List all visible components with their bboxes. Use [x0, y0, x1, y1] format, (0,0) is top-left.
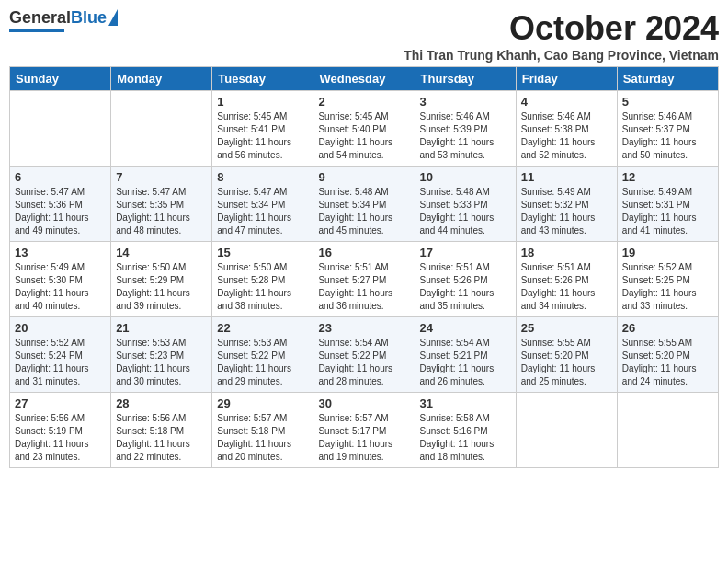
calendar-cell: 11Sunrise: 5:49 AM Sunset: 5:32 PM Dayli…	[516, 167, 617, 242]
day-info: Sunrise: 5:50 AM Sunset: 5:28 PM Dayligh…	[217, 261, 308, 313]
day-info: Sunrise: 5:51 AM Sunset: 5:26 PM Dayligh…	[420, 261, 511, 313]
calendar-cell: 18Sunrise: 5:51 AM Sunset: 5:26 PM Dayli…	[516, 242, 617, 317]
logo-underline	[9, 29, 64, 32]
day-info: Sunrise: 5:45 AM Sunset: 5:41 PM Dayligh…	[217, 110, 308, 162]
calendar-cell	[111, 91, 212, 167]
calendar-cell	[10, 91, 111, 167]
day-info: Sunrise: 5:52 AM Sunset: 5:25 PM Dayligh…	[622, 261, 713, 313]
day-number: 3	[420, 95, 511, 109]
day-number: 2	[318, 95, 409, 109]
day-info: Sunrise: 5:48 AM Sunset: 5:34 PM Dayligh…	[318, 186, 409, 237]
day-info: Sunrise: 5:51 AM Sunset: 5:26 PM Dayligh…	[521, 261, 612, 313]
day-of-week-header: Friday	[516, 67, 617, 91]
day-number: 1	[217, 95, 308, 109]
day-number: 15	[217, 246, 308, 259]
day-of-week-header: Monday	[111, 67, 212, 91]
calendar-cell: 5Sunrise: 5:46 AM Sunset: 5:37 PM Daylig…	[617, 91, 718, 167]
day-number: 14	[116, 246, 207, 259]
day-info: Sunrise: 5:58 AM Sunset: 5:16 PM Dayligh…	[420, 412, 511, 464]
calendar-cell: 27Sunrise: 5:56 AM Sunset: 5:19 PM Dayli…	[10, 393, 111, 468]
logo-general: General	[9, 8, 71, 27]
calendar-cell: 3Sunrise: 5:46 AM Sunset: 5:39 PM Daylig…	[415, 91, 516, 167]
day-info: Sunrise: 5:55 AM Sunset: 5:20 PM Dayligh…	[521, 337, 612, 388]
day-info: Sunrise: 5:47 AM Sunset: 5:35 PM Dayligh…	[116, 186, 207, 237]
day-number: 21	[116, 321, 207, 335]
calendar-cell: 2Sunrise: 5:45 AM Sunset: 5:40 PM Daylig…	[313, 91, 415, 167]
day-info: Sunrise: 5:46 AM Sunset: 5:39 PM Dayligh…	[420, 110, 511, 162]
calendar-cell: 4Sunrise: 5:46 AM Sunset: 5:38 PM Daylig…	[516, 91, 617, 167]
page-header: GeneralBlue October 2024 Thi Tran Trung …	[9, 9, 719, 63]
day-number: 28	[116, 396, 207, 410]
calendar-cell: 21Sunrise: 5:53 AM Sunset: 5:23 PM Dayli…	[111, 317, 212, 393]
calendar-cell: 15Sunrise: 5:50 AM Sunset: 5:28 PM Dayli…	[212, 242, 313, 317]
day-info: Sunrise: 5:46 AM Sunset: 5:37 PM Dayligh…	[622, 110, 713, 162]
logo-triangle-icon	[108, 9, 118, 26]
calendar-cell: 25Sunrise: 5:55 AM Sunset: 5:20 PM Dayli…	[516, 317, 617, 393]
logo-blue: Blue	[71, 8, 107, 27]
day-of-week-header: Tuesday	[212, 67, 313, 91]
day-info: Sunrise: 5:51 AM Sunset: 5:27 PM Dayligh…	[318, 261, 409, 313]
day-info: Sunrise: 5:55 AM Sunset: 5:20 PM Dayligh…	[622, 337, 713, 388]
day-number: 5	[622, 95, 713, 109]
day-number: 17	[420, 246, 511, 259]
calendar-cell: 6Sunrise: 5:47 AM Sunset: 5:36 PM Daylig…	[10, 167, 111, 242]
calendar-cell: 8Sunrise: 5:47 AM Sunset: 5:34 PM Daylig…	[212, 167, 313, 242]
calendar-week-row: 20Sunrise: 5:52 AM Sunset: 5:24 PM Dayli…	[10, 317, 719, 393]
calendar-cell	[617, 393, 718, 468]
day-info: Sunrise: 5:49 AM Sunset: 5:31 PM Dayligh…	[622, 186, 713, 237]
day-info: Sunrise: 5:56 AM Sunset: 5:18 PM Dayligh…	[116, 412, 207, 464]
day-info: Sunrise: 5:56 AM Sunset: 5:19 PM Dayligh…	[15, 412, 106, 464]
calendar-cell: 20Sunrise: 5:52 AM Sunset: 5:24 PM Dayli…	[10, 317, 111, 393]
day-number: 18	[521, 246, 612, 259]
day-info: Sunrise: 5:49 AM Sunset: 5:32 PM Dayligh…	[521, 186, 612, 237]
day-number: 13	[15, 246, 106, 259]
day-number: 11	[521, 170, 612, 184]
day-info: Sunrise: 5:53 AM Sunset: 5:22 PM Dayligh…	[217, 337, 308, 388]
calendar-cell: 19Sunrise: 5:52 AM Sunset: 5:25 PM Dayli…	[617, 242, 718, 317]
calendar-cell: 7Sunrise: 5:47 AM Sunset: 5:35 PM Daylig…	[111, 167, 212, 242]
calendar-cell: 30Sunrise: 5:57 AM Sunset: 5:17 PM Dayli…	[313, 393, 415, 468]
day-info: Sunrise: 5:53 AM Sunset: 5:23 PM Dayligh…	[116, 337, 207, 388]
day-number: 16	[318, 246, 409, 259]
day-number: 8	[217, 170, 308, 184]
calendar-cell: 31Sunrise: 5:58 AM Sunset: 5:16 PM Dayli…	[415, 393, 516, 468]
day-info: Sunrise: 5:54 AM Sunset: 5:22 PM Dayligh…	[318, 337, 409, 388]
calendar-cell: 9Sunrise: 5:48 AM Sunset: 5:34 PM Daylig…	[313, 167, 415, 242]
day-number: 20	[15, 321, 106, 335]
calendar-cell: 28Sunrise: 5:56 AM Sunset: 5:18 PM Dayli…	[111, 393, 212, 468]
day-number: 10	[420, 170, 511, 184]
day-info: Sunrise: 5:47 AM Sunset: 5:34 PM Dayligh…	[217, 186, 308, 237]
calendar-cell: 1Sunrise: 5:45 AM Sunset: 5:41 PM Daylig…	[212, 91, 313, 167]
day-number: 9	[318, 170, 409, 184]
calendar-week-row: 1Sunrise: 5:45 AM Sunset: 5:41 PM Daylig…	[10, 91, 719, 167]
day-info: Sunrise: 5:54 AM Sunset: 5:21 PM Dayligh…	[420, 337, 511, 388]
calendar-week-row: 27Sunrise: 5:56 AM Sunset: 5:19 PM Dayli…	[10, 393, 719, 468]
day-of-week-header: Thursday	[415, 67, 516, 91]
logo: GeneralBlue	[9, 9, 118, 32]
day-number: 19	[622, 246, 713, 259]
location-subtitle: Thi Tran Trung Khanh, Cao Bang Province,…	[404, 48, 719, 63]
calendar-cell: 26Sunrise: 5:55 AM Sunset: 5:20 PM Dayli…	[617, 317, 718, 393]
calendar-cell: 16Sunrise: 5:51 AM Sunset: 5:27 PM Dayli…	[313, 242, 415, 317]
calendar-cell: 24Sunrise: 5:54 AM Sunset: 5:21 PM Dayli…	[415, 317, 516, 393]
calendar-table: SundayMondayTuesdayWednesdayThursdayFrid…	[9, 66, 719, 468]
day-of-week-header: Wednesday	[313, 67, 415, 91]
day-number: 30	[318, 396, 409, 410]
day-number: 27	[15, 396, 106, 410]
calendar-week-row: 6Sunrise: 5:47 AM Sunset: 5:36 PM Daylig…	[10, 167, 719, 242]
calendar-cell: 23Sunrise: 5:54 AM Sunset: 5:22 PM Dayli…	[313, 317, 415, 393]
day-number: 22	[217, 321, 308, 335]
day-number: 31	[420, 396, 511, 410]
calendar-cell: 10Sunrise: 5:48 AM Sunset: 5:33 PM Dayli…	[415, 167, 516, 242]
day-number: 23	[318, 321, 409, 335]
calendar-cell	[516, 393, 617, 468]
day-number: 25	[521, 321, 612, 335]
day-info: Sunrise: 5:45 AM Sunset: 5:40 PM Dayligh…	[318, 110, 409, 162]
day-info: Sunrise: 5:49 AM Sunset: 5:30 PM Dayligh…	[15, 261, 106, 313]
day-number: 24	[420, 321, 511, 335]
day-info: Sunrise: 5:50 AM Sunset: 5:29 PM Dayligh…	[116, 261, 207, 313]
day-of-week-header: Saturday	[617, 67, 718, 91]
day-number: 29	[217, 396, 308, 410]
day-info: Sunrise: 5:48 AM Sunset: 5:33 PM Dayligh…	[420, 186, 511, 237]
day-number: 6	[15, 170, 106, 184]
